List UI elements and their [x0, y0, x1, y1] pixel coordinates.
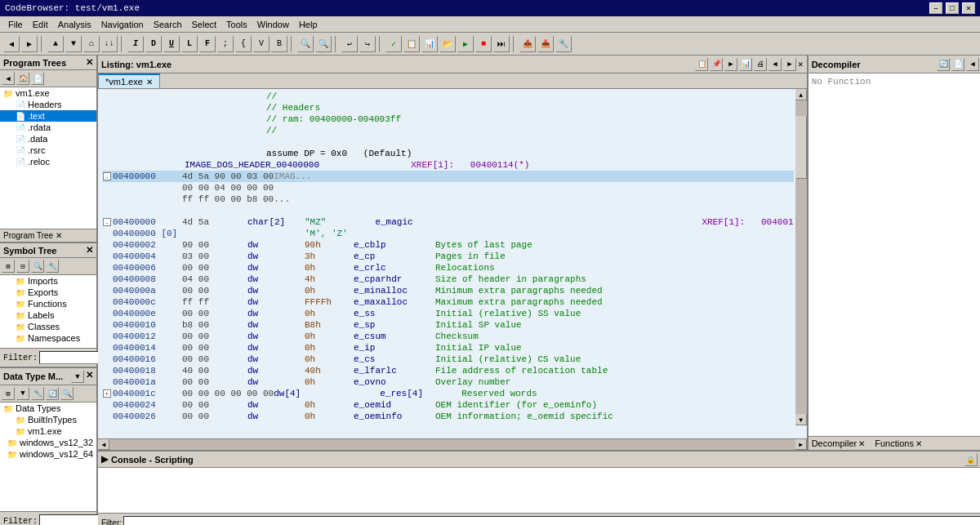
tree-item-vm1exe-dt[interactable]: 📁 vm1.exe	[0, 425, 96, 437]
tree-item-vm1exe[interactable]: 📁 vm1.exe	[0, 87, 96, 99]
dec-tab-close-func[interactable]: ✕	[915, 439, 922, 448]
symbol-tree-close[interactable]: ✕	[86, 245, 93, 256]
tb-u[interactable]: U	[163, 36, 180, 52]
tab-vm1exe[interactable]: *vm1.exe ✕	[98, 73, 160, 88]
lt-btn2[interactable]: 📌	[710, 58, 723, 71]
collapse-btn-1[interactable]: -	[103, 172, 111, 180]
menu-tools[interactable]: Tools	[221, 18, 252, 31]
tb-img3[interactable]: 📂	[439, 36, 456, 52]
tree-item-text[interactable]: 📄 .text	[0, 110, 96, 122]
tree-item-labels[interactable]: 📁 Labels	[0, 309, 96, 321]
console-content[interactable]	[98, 468, 980, 513]
menu-file[interactable]: File	[3, 18, 28, 31]
tb-forward[interactable]: ▶	[21, 36, 38, 52]
tree-item-data[interactable]: 📄 .data	[0, 133, 96, 145]
dec-tab-decompiler[interactable]: Decompiler ✕	[812, 438, 866, 448]
tb-check[interactable]: ✓	[385, 36, 402, 52]
tb-img2[interactable]: 📊	[421, 36, 438, 52]
listing-hscroll[interactable]: ◀ ▶	[98, 438, 807, 450]
tb-v[interactable]: V	[253, 36, 270, 52]
tb-play[interactable]: ▶	[457, 36, 474, 52]
dt-btn5[interactable]: 🔍	[60, 387, 74, 400]
tb-end[interactable]: ↓↓	[101, 36, 118, 52]
tb-step[interactable]: ⏭	[493, 36, 510, 52]
menu-navigation[interactable]: Navigation	[96, 18, 149, 31]
lt-btn7[interactable]: ▶	[783, 58, 796, 71]
tb-up[interactable]: ▲	[47, 36, 64, 52]
dt-btn3[interactable]: 🔧	[31, 387, 44, 400]
tree-item-rdata[interactable]: 📄 .rdata	[0, 122, 96, 133]
tb-home[interactable]: ⌂	[83, 36, 100, 52]
close-button[interactable]: ✕	[962, 2, 975, 14]
tree-item-rsrc[interactable]: 📄 .rsrc	[0, 145, 96, 156]
menu-window[interactable]: Window	[252, 18, 294, 31]
tb-curly[interactable]: {	[235, 36, 252, 52]
tb-search2[interactable]: 🔍	[315, 36, 332, 52]
st-btn4[interactable]: 🔧	[46, 260, 59, 273]
tb-undo[interactable]: ↩	[341, 36, 358, 52]
tb-stop[interactable]: ■	[475, 36, 492, 52]
vscroll-down[interactable]: ▼	[795, 414, 807, 425]
tb-i[interactable]: I	[127, 36, 144, 52]
menu-analysis[interactable]: Analysis	[53, 18, 96, 31]
minimize-button[interactable]: –	[929, 2, 942, 14]
tree-item-datatypes[interactable]: 📁 Data Types	[0, 403, 96, 414]
dt-btn1[interactable]: ⊞	[2, 387, 15, 400]
dec-tab-close-dec[interactable]: ✕	[858, 439, 865, 448]
tb-img5[interactable]: 📥	[537, 36, 554, 52]
hscroll-track[interactable]	[109, 439, 795, 450]
menu-select[interactable]: Select	[187, 18, 222, 31]
dec-btn3[interactable]: ◀	[966, 58, 979, 71]
tb-d[interactable]: D	[145, 36, 162, 52]
pt-btn3[interactable]: 📄	[31, 72, 44, 85]
tb-down[interactable]: ▼	[65, 36, 82, 52]
lt-btn4[interactable]: 📊	[739, 58, 752, 71]
dt-dropdown[interactable]: ▼	[71, 370, 84, 383]
dec-tab-functions[interactable]: Functions ✕	[875, 438, 922, 448]
vscroll-track[interactable]	[795, 100, 807, 414]
vscroll-thumb[interactable]	[795, 116, 807, 179]
pt-btn1[interactable]: ◀	[2, 72, 15, 85]
tb-img4[interactable]: 📤	[519, 36, 536, 52]
lt-btn6[interactable]: ◀	[768, 58, 782, 71]
dt-btn4[interactable]: 🔄	[46, 387, 59, 400]
menu-help[interactable]: Help	[294, 18, 323, 31]
hscroll-right[interactable]: ▶	[795, 439, 807, 450]
tb-img1[interactable]: 📋	[403, 36, 420, 52]
con-btn1[interactable]: 🔒	[964, 453, 978, 466]
tb-back[interactable]: ◀	[3, 36, 20, 52]
dt-btn2[interactable]: ▼	[16, 387, 29, 400]
tree-item-namespaces[interactable]: 📁 Namespaces	[0, 332, 96, 344]
menu-edit[interactable]: Edit	[28, 18, 53, 31]
tree-item-headers[interactable]: 📄 Headers	[0, 99, 96, 110]
st-btn2[interactable]: ⊟	[16, 260, 29, 273]
pt-btn2[interactable]: 🏠	[16, 72, 29, 85]
tb-search1[interactable]: 🔍	[297, 36, 314, 52]
console-filter-input[interactable]	[123, 516, 980, 525]
lt-btn5[interactable]: 🖨	[754, 58, 767, 71]
tree-item-exports[interactable]: 📁 Exports	[0, 287, 96, 298]
tab-close-vm1[interactable]: ✕	[146, 78, 153, 87]
dec-btn1[interactable]: 🔄	[937, 58, 950, 71]
listing-close[interactable]: ✕	[798, 59, 804, 69]
maximize-button[interactable]: □	[946, 2, 959, 14]
program-trees-close[interactable]: ✕	[86, 57, 93, 68]
lt-btn3[interactable]: ▶	[724, 58, 737, 71]
collapse-btn-magic[interactable]: -	[103, 218, 111, 226]
data-type-close[interactable]: ✕	[86, 370, 93, 383]
collapse-btn-res[interactable]: +	[103, 389, 111, 398]
dec-btn2[interactable]: 📄	[951, 58, 964, 71]
tb-semicolon[interactable]: ;	[217, 36, 234, 52]
tb-l[interactable]: L	[181, 36, 198, 52]
listing-vscroll[interactable]: ▲ ▼	[795, 89, 807, 425]
tree-item-imports[interactable]: 📁 Imports	[0, 275, 96, 287]
tree-item-win32[interactable]: 📁 windows_vs12_32	[0, 437, 96, 448]
tree-item-builtintypes[interactable]: 📁 BuiltInTypes	[0, 414, 96, 425]
tb-redo[interactable]: ↪	[359, 36, 376, 52]
hscroll-left[interactable]: ◀	[98, 439, 109, 450]
menu-search[interactable]: Search	[149, 18, 187, 31]
tb-img6[interactable]: 🔧	[555, 36, 572, 52]
tree-item-win64[interactable]: 📁 windows_vs12_64	[0, 448, 96, 460]
tree-item-classes[interactable]: 📁 Classes	[0, 321, 96, 332]
st-btn3[interactable]: 🔍	[31, 260, 44, 273]
